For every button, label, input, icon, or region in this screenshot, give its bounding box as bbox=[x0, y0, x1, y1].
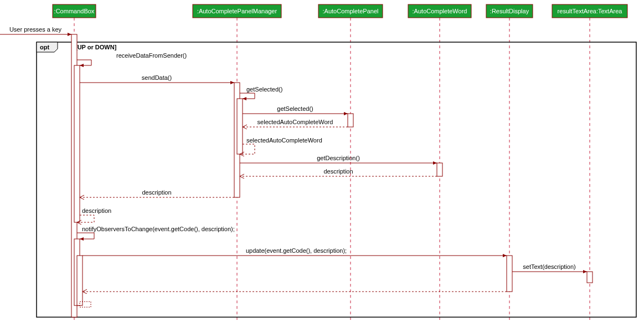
svg-text:resultTextArea:TextArea: resultTextArea:TextArea bbox=[558, 8, 623, 14]
svg-text:selectedAutoCompleteWord: selectedAutoCompleteWord bbox=[257, 119, 333, 125]
svg-text::AutoCompletePanelManager: :AutoCompletePanelManager bbox=[197, 8, 277, 14]
svg-text:opt: opt bbox=[40, 44, 49, 50]
svg-text:getSelected(): getSelected() bbox=[277, 105, 313, 112]
svg-rect-29 bbox=[507, 256, 512, 292]
svg-rect-22 bbox=[74, 65, 80, 222]
svg-text:receiveDataFromSender(): receiveDataFromSender() bbox=[116, 52, 187, 59]
svg-rect-28 bbox=[437, 163, 442, 176]
svg-rect-30 bbox=[587, 272, 593, 283]
msg-description-self: description bbox=[77, 207, 111, 222]
msg-receive-data: receiveDataFromSender() bbox=[77, 52, 187, 65]
msg-get-description: getDescription() bbox=[240, 155, 437, 163]
svg-text:description: description bbox=[82, 207, 111, 214]
svg-text:setText(description): setText(description) bbox=[523, 263, 575, 270]
msg-user-presses-key: User presses a key bbox=[0, 26, 71, 34]
svg-text:selectedAutoCompleteWord: selectedAutoCompleteWord bbox=[246, 137, 322, 144]
participant-acw: :AutoCompleteWord bbox=[408, 4, 471, 18]
svg-text::ResultDisplay: :ResultDisplay bbox=[490, 8, 529, 14]
svg-text:update(event.getCode(), descri: update(event.getCode(), description); bbox=[246, 247, 347, 254]
svg-text:sendData(): sendData() bbox=[142, 74, 172, 81]
svg-text:notifyObserversToChange(event.: notifyObserversToChange(event.getCode(),… bbox=[82, 226, 235, 232]
msg-get-selected-panel: getSelected() bbox=[243, 105, 348, 114]
msg-selected-word-self: selectedAutoCompleteWord bbox=[240, 137, 322, 154]
msg-description-return-acw: description bbox=[240, 168, 437, 176]
svg-text::AutoCompletePanel: :AutoCompletePanel bbox=[323, 8, 379, 14]
participant-acp: :AutoCompletePanel bbox=[318, 4, 383, 18]
svg-text::CommandBox: :CommandBox bbox=[54, 8, 95, 14]
svg-text::AutoCompleteWord: :AutoCompleteWord bbox=[413, 8, 467, 14]
svg-text:description: description bbox=[323, 168, 353, 175]
msg-selected-word-return: selectedAutoCompleteWord bbox=[243, 119, 348, 127]
svg-text:getSelected(): getSelected() bbox=[246, 86, 282, 93]
svg-text:[UP or DOWN]: [UP or DOWN] bbox=[75, 44, 117, 50]
participant-acpm: :AutoCompletePanelManager bbox=[193, 4, 281, 18]
msg-send-data: sendData() bbox=[80, 74, 234, 83]
svg-rect-26 bbox=[237, 99, 243, 154]
opt-frame: opt [UP or DOWN] bbox=[37, 42, 636, 317]
participant-rd: :ResultDisplay bbox=[486, 4, 533, 18]
msg-notify-observers: notifyObserversToChange(event.getCode(),… bbox=[77, 226, 235, 239]
svg-text:description: description bbox=[142, 189, 171, 196]
svg-rect-24 bbox=[77, 256, 83, 305]
msg-description-return-cmd: description bbox=[80, 189, 234, 197]
participant-command-box: :CommandBox bbox=[53, 4, 96, 18]
msg-get-selected-self: getSelected() bbox=[240, 86, 282, 99]
svg-text:User presses a key: User presses a key bbox=[9, 26, 62, 33]
participant-ta: resultTextArea:TextArea bbox=[552, 4, 627, 18]
msg-update: update(event.getCode(), description); bbox=[83, 247, 507, 256]
svg-rect-27 bbox=[348, 114, 353, 127]
svg-rect-18 bbox=[37, 42, 636, 317]
msg-set-text: setText(description) bbox=[512, 263, 587, 272]
svg-text:getDescription(): getDescription() bbox=[317, 155, 360, 161]
